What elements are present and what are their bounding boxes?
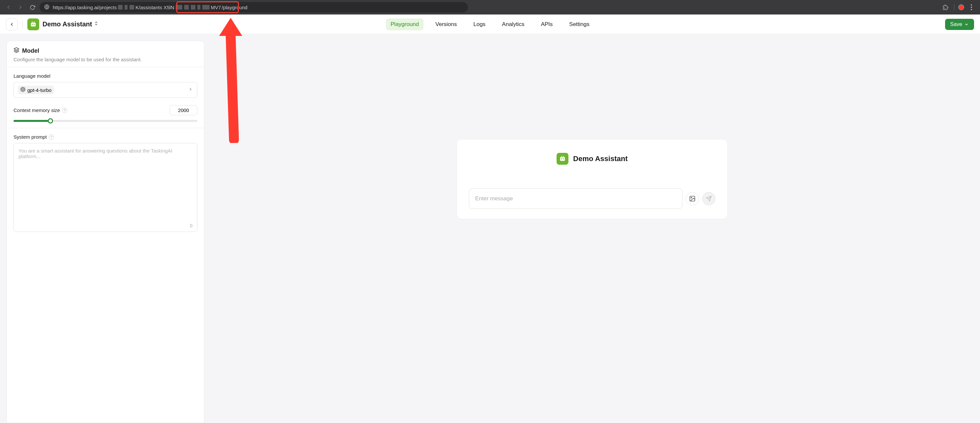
browser-toolbar: https://app.tasking.ai/projects K/assist… bbox=[0, 0, 980, 14]
chat-input[interactable] bbox=[469, 188, 682, 209]
svg-rect-5 bbox=[31, 22, 36, 26]
svg-point-16 bbox=[561, 159, 562, 159]
tab-apis[interactable]: APIs bbox=[536, 18, 557, 30]
svg-point-21 bbox=[563, 156, 564, 156]
help-icon[interactable]: ? bbox=[62, 108, 67, 113]
send-button[interactable] bbox=[702, 192, 715, 205]
chevron-down-icon bbox=[964, 22, 969, 27]
header-tabs: Playground Versions Logs Analytics APIs … bbox=[386, 18, 594, 30]
system-prompt-input[interactable]: You are a smart assistant for answering … bbox=[14, 143, 197, 232]
language-model-label: Language model bbox=[14, 73, 197, 79]
app-header: Demo Assistant Playground Versions Logs … bbox=[0, 14, 980, 34]
svg-point-17 bbox=[563, 159, 564, 159]
system-prompt-placeholder: You are a smart assistant for answering … bbox=[19, 148, 192, 159]
selector-icon bbox=[94, 21, 99, 28]
chevron-right-icon bbox=[188, 87, 193, 93]
openai-icon bbox=[21, 87, 25, 93]
playground-panel: Demo Assistant bbox=[204, 34, 980, 423]
divider bbox=[22, 21, 23, 28]
tab-settings[interactable]: Settings bbox=[565, 18, 594, 30]
system-prompt-label: System prompt bbox=[14, 134, 47, 140]
image-icon bbox=[689, 196, 695, 202]
browser-profile-icon[interactable] bbox=[958, 4, 964, 10]
model-selector[interactable]: gpt-4-turbo bbox=[14, 82, 197, 98]
send-icon bbox=[706, 196, 712, 202]
context-memory-label: Context memory size bbox=[14, 107, 60, 113]
annotation-arrow-icon bbox=[214, 18, 247, 143]
tab-playground[interactable]: Playground bbox=[386, 18, 423, 30]
svg-point-3 bbox=[971, 6, 972, 8]
chat-card: Demo Assistant bbox=[457, 140, 727, 219]
app-back-button[interactable] bbox=[6, 18, 18, 30]
model-chip: gpt-4-turbo bbox=[18, 86, 54, 94]
slider-thumb[interactable] bbox=[48, 118, 53, 124]
content-area: Model Configure the language model to be… bbox=[0, 34, 980, 423]
tab-versions[interactable]: Versions bbox=[431, 18, 461, 30]
url-text: https://app.tasking.ai/projects K/assist… bbox=[53, 5, 247, 10]
svg-marker-12 bbox=[14, 48, 19, 51]
svg-point-20 bbox=[562, 156, 562, 156]
chat-title: Demo Assistant bbox=[573, 154, 627, 163]
tab-logs[interactable]: Logs bbox=[469, 18, 490, 30]
model-config-panel: Model Configure the language model to be… bbox=[6, 41, 204, 423]
browser-menu-icon[interactable] bbox=[967, 3, 976, 12]
char-count: 0 bbox=[190, 223, 192, 228]
layers-icon bbox=[14, 47, 19, 55]
svg-rect-15 bbox=[560, 157, 565, 161]
globe-icon bbox=[44, 4, 49, 11]
model-name: gpt-4-turbo bbox=[27, 87, 51, 93]
chat-assistant-logo-icon bbox=[557, 153, 568, 165]
svg-point-10 bbox=[32, 21, 33, 22]
assistant-title[interactable]: Demo Assistant bbox=[43, 21, 99, 28]
model-subtitle: Configure the language model to be used … bbox=[14, 57, 197, 62]
svg-point-4 bbox=[971, 9, 972, 10]
save-button[interactable]: Save bbox=[945, 19, 974, 30]
browser-forward-button[interactable] bbox=[16, 3, 25, 12]
help-icon[interactable]: ? bbox=[49, 134, 54, 140]
attach-image-button[interactable] bbox=[686, 192, 699, 205]
model-title: Model bbox=[22, 48, 39, 54]
tab-analytics[interactable]: Analytics bbox=[497, 18, 529, 30]
svg-point-6 bbox=[32, 24, 33, 25]
extensions-icon[interactable] bbox=[941, 3, 950, 12]
svg-point-2 bbox=[971, 4, 972, 6]
context-memory-slider[interactable] bbox=[14, 120, 197, 122]
assistant-logo-icon bbox=[27, 18, 39, 30]
svg-point-23 bbox=[691, 197, 692, 198]
browser-reload-button[interactable] bbox=[28, 3, 37, 12]
address-bar[interactable]: https://app.tasking.ai/projects K/assist… bbox=[40, 2, 468, 13]
browser-back-button[interactable] bbox=[4, 3, 13, 12]
model-panel-header: Model Configure the language model to be… bbox=[7, 41, 204, 67]
context-memory-input[interactable] bbox=[170, 105, 197, 115]
svg-rect-14 bbox=[226, 34, 235, 44]
svg-point-7 bbox=[33, 24, 35, 25]
svg-point-11 bbox=[34, 21, 35, 22]
